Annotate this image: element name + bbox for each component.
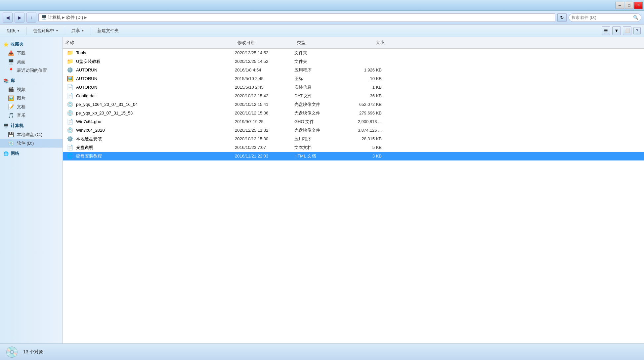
back-button[interactable]: ◀ bbox=[3, 13, 13, 22]
col-header-size[interactable]: 大小 bbox=[347, 38, 387, 47]
toolbar-separator-1 bbox=[26, 27, 26, 35]
file-icon: 💿 bbox=[67, 101, 73, 108]
file-date-cell: 2020/10/12 15:36 bbox=[235, 111, 294, 115]
sidebar-item[interactable]: 🎵音乐 bbox=[0, 111, 63, 120]
table-row[interactable]: ⚙️ 本地硬盘安装 2020/10/12 15:30 应用程序 28,315 K… bbox=[63, 135, 644, 143]
include-library-button[interactable]: 包含到库中 ▼ bbox=[29, 26, 62, 35]
file-icon: 📄 bbox=[67, 93, 73, 99]
file-name-cell: 📄 AUTORUN bbox=[63, 84, 235, 90]
file-icon: 📄 bbox=[67, 144, 73, 151]
status-icon: 💿 bbox=[5, 346, 19, 358]
toolbar-separator-3 bbox=[91, 27, 91, 35]
table-row[interactable]: 📄 AUTORUN 2015/5/10 2:45 安装信息 1 KB bbox=[63, 83, 644, 92]
table-row[interactable]: 📁 Tools 2020/12/25 14:52 文件夹 bbox=[63, 49, 644, 57]
sidebar-item-label: 视频 bbox=[17, 87, 25, 93]
sidebar-header-icon: 🖥️ bbox=[3, 123, 9, 128]
col-header-name[interactable]: 名称 bbox=[63, 38, 235, 47]
sidebar-item-icon: 🖥️ bbox=[8, 59, 14, 65]
file-name-text: Win7x64.gho bbox=[76, 119, 101, 124]
sidebar-section-header[interactable]: 🖥️计算机 bbox=[0, 121, 63, 130]
file-name-text: Win7x64_2020 bbox=[76, 128, 105, 133]
search-box[interactable]: 🔍 bbox=[569, 13, 641, 22]
table-row[interactable]: 💿 Win7x64_2020 2020/12/25 11:32 光盘映像文件 3… bbox=[63, 126, 644, 135]
file-name-text: Tools bbox=[76, 50, 86, 55]
file-type-cell: 应用程序 bbox=[294, 67, 347, 73]
sidebar-item-icon: 📥 bbox=[8, 50, 14, 56]
sidebar-item[interactable]: 🖼️图片 bbox=[0, 94, 63, 103]
file-name-cell: 📁 U盘安装教程 bbox=[63, 58, 235, 65]
file-name-cell: 💿 pe_yqs_xp_20_07_31_15_53 bbox=[63, 110, 235, 116]
sidebar-item[interactable]: 💾本地磁盘 (C:) bbox=[0, 130, 63, 139]
table-row[interactable]: 📁 U盘安装教程 2020/12/25 14:52 文件夹 bbox=[63, 57, 644, 66]
sidebar-section-header[interactable]: 🌐网络 bbox=[0, 149, 63, 158]
up-button[interactable]: ↑ bbox=[26, 13, 36, 22]
table-row[interactable]: 📄 Win7x64.gho 2019/9/7 19:25 GHO 文件 2,90… bbox=[63, 117, 644, 126]
sidebar-item[interactable]: 💿软件 (D:) bbox=[0, 139, 63, 148]
file-name-text: AUTORUN bbox=[76, 85, 97, 90]
col-header-date[interactable]: 修改日期 bbox=[235, 38, 294, 47]
sidebar-item[interactable]: 📥下载 bbox=[0, 49, 63, 58]
address-path[interactable]: 🖥️ 计算机 ▶ 软件 (D:) ▶ bbox=[38, 13, 555, 22]
sidebar-header-label: 收藏夹 bbox=[11, 41, 23, 47]
col-header-type[interactable]: 类型 bbox=[294, 38, 347, 47]
table-row[interactable]: 📄 光盘说明 2016/10/23 7:07 文本文档 5 KB bbox=[63, 143, 644, 152]
new-folder-label: 新建文件夹 bbox=[97, 28, 119, 34]
file-type-cell: 光盘映像文件 bbox=[294, 110, 347, 116]
file-date-cell: 2019/9/7 19:25 bbox=[235, 119, 294, 124]
close-button[interactable]: ✕ bbox=[634, 2, 643, 9]
table-row[interactable]: ⚙️ AUTORUN 2016/1/8 4:54 应用程序 1,926 KB bbox=[63, 66, 644, 74]
sidebar-item-label: 最近访问的位置 bbox=[17, 68, 47, 73]
preview-pane-button[interactable]: ⬜ bbox=[623, 26, 631, 35]
sidebar-section-header[interactable]: 📚库 bbox=[0, 76, 63, 85]
file-size-cell: 28,315 KB bbox=[347, 136, 387, 141]
table-row[interactable]: 💿 pe_yqs_xp_20_07_31_15_53 2020/10/12 15… bbox=[63, 109, 644, 117]
table-row[interactable]: 💿 pe_yqs_1064_20_07_31_16_04 2020/10/12 … bbox=[63, 100, 644, 109]
organize-button[interactable]: 组织 ▼ bbox=[3, 26, 23, 35]
file-icon: 💿 bbox=[67, 127, 73, 133]
sidebar-section-header[interactable]: ⭐收藏夹 bbox=[0, 40, 63, 49]
file-size-cell: 2,900,813 ... bbox=[347, 119, 387, 124]
file-name-cell: 📄 光盘说明 bbox=[63, 144, 235, 151]
file-icon: 📄 bbox=[67, 84, 73, 90]
sidebar-item-label: 文档 bbox=[17, 104, 25, 110]
forward-button[interactable]: ▶ bbox=[15, 13, 24, 22]
file-name-text: 硬盘安装教程 bbox=[76, 153, 102, 159]
sidebar-header-label: 网络 bbox=[11, 151, 19, 157]
sidebar-item[interactable]: 📝文档 bbox=[0, 103, 63, 111]
sidebar-header-icon: ⭐ bbox=[3, 42, 9, 47]
file-type-cell: 文件夹 bbox=[294, 50, 347, 56]
address-bar: ◀ ▶ ↑ 🖥️ 计算机 ▶ 软件 (D:) ▶ ↻ 🔍 bbox=[0, 11, 644, 24]
minimize-button[interactable]: ─ bbox=[616, 2, 624, 9]
table-row[interactable]: 🖼️ AUTORUN 2015/5/10 2:45 图标 10 KB bbox=[63, 74, 644, 83]
table-row[interactable]: 🌐 硬盘安装教程 2016/11/21 22:03 HTML 文档 3 KB bbox=[63, 152, 644, 160]
new-folder-button[interactable]: 新建文件夹 bbox=[94, 26, 122, 35]
file-date-cell: 2020/10/12 15:41 bbox=[235, 102, 294, 107]
file-date-cell: 2020/12/25 14:52 bbox=[235, 59, 294, 64]
file-date-cell: 2016/1/8 4:54 bbox=[235, 68, 294, 72]
share-button[interactable]: 共享 ▼ bbox=[68, 26, 88, 35]
search-input[interactable] bbox=[572, 15, 632, 20]
file-name-cell: 💿 pe_yqs_1064_20_07_31_16_04 bbox=[63, 101, 235, 108]
path-computer: 计算机 bbox=[48, 15, 61, 21]
help-button[interactable]: ? bbox=[633, 27, 641, 34]
file-icon: 🖼️ bbox=[67, 75, 73, 82]
sidebar-item[interactable]: 🎬视频 bbox=[0, 85, 63, 94]
file-icon: 🌐 bbox=[67, 153, 73, 159]
refresh-button[interactable]: ↻ bbox=[557, 13, 567, 22]
file-name-text: U盘安装教程 bbox=[76, 59, 101, 65]
table-row[interactable]: 📄 Config.dat 2020/10/12 15:42 DAT 文件 36 … bbox=[63, 92, 644, 100]
sidebar-item-icon: 🖼️ bbox=[8, 95, 14, 101]
sidebar-item[interactable]: 📍最近访问的位置 bbox=[0, 66, 63, 75]
file-type-cell: DAT 文件 bbox=[294, 93, 347, 99]
view-dropdown-button[interactable]: ▼ bbox=[612, 26, 621, 35]
sidebar-header-icon: 🌐 bbox=[3, 151, 9, 156]
file-name-text: Config.dat bbox=[76, 93, 96, 98]
file-list: 📁 Tools 2020/12/25 14:52 文件夹 📁 U盘安装教程 20… bbox=[63, 49, 644, 343]
file-size-cell: 3,874,126 ... bbox=[347, 128, 387, 133]
sidebar-item-icon: 💿 bbox=[8, 140, 14, 146]
view-toggle-button[interactable]: ☰ bbox=[602, 26, 610, 35]
file-list-header: 名称 修改日期 类型 大小 bbox=[63, 37, 644, 49]
sidebar-item[interactable]: 🖥️桌面 bbox=[0, 58, 63, 66]
file-date-cell: 2020/12/25 14:52 bbox=[235, 50, 294, 55]
maximize-button[interactable]: □ bbox=[625, 2, 633, 9]
